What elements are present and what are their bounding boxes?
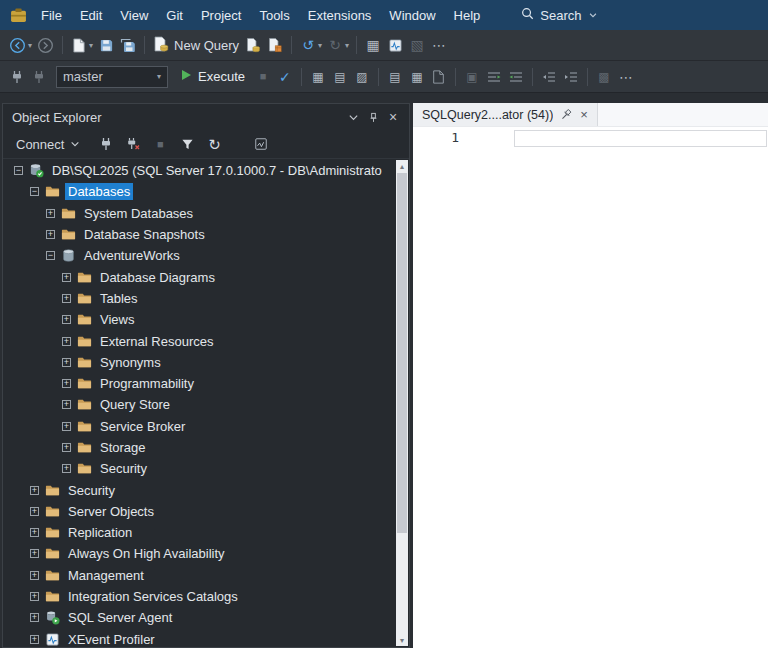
toolbar-overflow-button[interactable]: ⋯ — [428, 33, 450, 57]
menu-item-project[interactable]: Project — [192, 3, 250, 28]
actual-execution-plan-button[interactable]: ▤ — [329, 65, 351, 89]
navigate-forward-button[interactable] — [34, 33, 57, 57]
scrollbar-thumb[interactable] — [397, 173, 407, 533]
available-databases-dropdown[interactable]: master ▾ — [56, 66, 168, 88]
tree-item-server-objects[interactable]: Server Objects — [65, 503, 157, 520]
tree-item-storage[interactable]: Storage — [97, 439, 149, 456]
tree-item-security[interactable]: Security — [65, 482, 118, 499]
redo-dropdown-icon[interactable]: ▾ — [345, 41, 349, 50]
tree-item-query-store[interactable]: Query Store — [97, 396, 173, 413]
new-file-button[interactable] — [68, 33, 90, 57]
tree-item-views[interactable]: Views — [97, 311, 137, 328]
activity-monitor-icon[interactable] — [249, 133, 273, 155]
search-box[interactable]: Search — [515, 4, 603, 26]
tree-item-always-on-high-availability[interactable]: Always On High Availability — [65, 545, 228, 562]
activity-monitor-button[interactable] — [384, 33, 406, 57]
undo-dropdown-icon[interactable]: ▾ — [318, 41, 322, 50]
cancel-query-button[interactable]: ■ — [252, 65, 274, 89]
tree-expand-icon[interactable]: + — [30, 571, 39, 580]
tree-expand-icon[interactable]: + — [62, 358, 71, 367]
tree-expand-icon[interactable]: + — [62, 315, 71, 324]
tree-item-programmability[interactable]: Programmability — [97, 375, 197, 392]
tab-close-icon[interactable]: × — [580, 107, 588, 122]
tree-item-tables[interactable]: Tables — [97, 290, 141, 307]
query-options-button[interactable]: ▩ — [593, 65, 615, 89]
menu-item-git[interactable]: Git — [157, 3, 192, 28]
tree-expand-icon[interactable]: + — [62, 400, 71, 409]
menu-item-help[interactable]: Help — [445, 3, 490, 28]
tree-expand-icon[interactable]: + — [62, 294, 71, 303]
search-scope-chevron-icon[interactable] — [588, 8, 598, 23]
tree-expand-icon[interactable]: + — [30, 635, 39, 644]
tree-collapse-icon[interactable]: − — [46, 251, 55, 260]
uncomment-selection-button[interactable] — [505, 65, 527, 89]
tree-item-sql-server-agent[interactable]: SQL Server Agent — [65, 609, 175, 626]
new-query-button[interactable]: New Query — [150, 33, 242, 57]
table-designer-button[interactable]: ▦ — [362, 33, 384, 57]
menu-item-tools[interactable]: Tools — [250, 3, 298, 28]
tree-expand-icon[interactable]: + — [46, 230, 55, 239]
navigate-back-button[interactable] — [6, 33, 29, 57]
change-connection-button[interactable] — [28, 65, 50, 89]
tree-item-adventureworks[interactable]: AdventureWorks — [81, 247, 183, 264]
connect-object-explorer-icon[interactable] — [94, 133, 118, 155]
tree-expand-icon[interactable]: + — [62, 379, 71, 388]
menu-item-extensions[interactable]: Extensions — [299, 3, 381, 28]
tree-expand-icon[interactable]: + — [30, 507, 39, 516]
query-tab[interactable]: SQLQuery2....ator (54)) × — [413, 103, 598, 126]
tree-expand-icon[interactable]: + — [62, 422, 71, 431]
tree-expand-icon[interactable]: + — [30, 592, 39, 601]
tree-collapse-icon[interactable]: − — [14, 166, 23, 175]
query-toolbar-overflow-button[interactable]: ⋯ — [615, 65, 637, 89]
tree-expand-icon[interactable]: + — [62, 464, 71, 473]
menu-item-window[interactable]: Window — [380, 3, 444, 28]
close-panel-icon[interactable]: × — [383, 107, 403, 127]
save-button[interactable] — [95, 33, 117, 57]
editor-surface[interactable]: 1 — [413, 127, 768, 648]
tree-item-xevent-profiler[interactable]: XEvent Profiler — [65, 631, 158, 646]
execute-button[interactable]: Execute — [174, 65, 252, 89]
scrollbar-down-icon[interactable]: ▾ — [396, 634, 408, 646]
increase-indent-button[interactable] — [560, 65, 582, 89]
stop-icon[interactable]: ■ — [148, 133, 172, 155]
template-parameters-button[interactable]: ▦ — [307, 65, 329, 89]
tree-item-database-snapshots[interactable]: Database Snapshots — [81, 226, 208, 243]
connect-query-button[interactable] — [6, 65, 28, 89]
tree-expand-icon[interactable]: + — [30, 613, 39, 622]
tree-item-security[interactable]: Security — [97, 460, 150, 477]
filter-icon[interactable] — [175, 133, 199, 155]
new-file-dropdown-icon[interactable]: ▾ — [89, 41, 93, 50]
undo-button[interactable]: ↺ — [297, 33, 319, 57]
decrease-indent-button[interactable] — [538, 65, 560, 89]
tree-item-synonyms[interactable]: Synonyms — [97, 354, 164, 371]
tree-expand-icon[interactable]: + — [30, 549, 39, 558]
tab-pin-icon[interactable] — [561, 109, 572, 120]
menu-item-file[interactable]: File — [32, 3, 71, 28]
live-query-statistics-button[interactable]: ▨ — [351, 65, 373, 89]
sqlcmd-mode-button[interactable]: ▣ — [461, 65, 483, 89]
tree-item-system-databases[interactable]: System Databases — [81, 205, 196, 222]
tree-collapse-icon[interactable]: − — [30, 187, 39, 196]
tree-item-service-broker[interactable]: Service Broker — [97, 418, 188, 435]
tree-item-db-sql2025-sql-server-17-0-1000-7-db-adm[interactable]: DB\SQL2025 (SQL Server 17.0.1000.7 - DB\… — [49, 162, 385, 179]
navigate-back-dropdown-icon[interactable]: ▾ — [28, 41, 32, 50]
tree-expand-icon[interactable]: + — [62, 443, 71, 452]
refresh-icon[interactable]: ↻ — [202, 133, 226, 155]
tree-item-replication[interactable]: Replication — [65, 524, 135, 541]
tree-expand-icon[interactable]: + — [30, 486, 39, 495]
tree-item-databases[interactable]: Databases — [65, 183, 133, 200]
save-all-button[interactable] — [117, 33, 139, 57]
properties-window-button[interactable]: ▧ — [406, 33, 428, 57]
results-to-grid-button[interactable]: ▦ — [406, 65, 428, 89]
pin-icon[interactable] — [363, 107, 383, 127]
object-explorer-scrollbar[interactable]: ▴ ▾ — [396, 160, 408, 646]
parse-query-button[interactable]: ✓ — [274, 65, 296, 89]
results-to-file-button[interactable] — [428, 65, 450, 89]
tree-item-external-resources[interactable]: External Resources — [97, 333, 216, 350]
results-to-text-button[interactable]: ▤ — [384, 65, 406, 89]
tree-expand-icon[interactable]: + — [62, 337, 71, 346]
tree-item-integration-services-catalogs[interactable]: Integration Services Catalogs — [65, 588, 241, 605]
redo-button[interactable]: ↻ — [324, 33, 346, 57]
comment-selection-button[interactable] — [483, 65, 505, 89]
window-position-chevron-icon[interactable] — [343, 107, 363, 127]
